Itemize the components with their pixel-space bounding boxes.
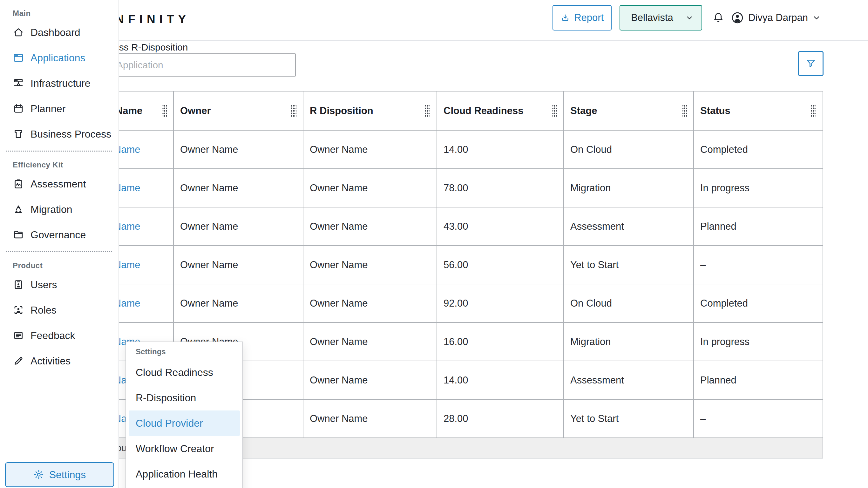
- notifications-button[interactable]: [712, 11, 725, 25]
- cell-value: 14.00: [443, 144, 468, 155]
- table-cell: Owner Name: [174, 284, 303, 323]
- sidebar-item-planner[interactable]: Planner: [0, 96, 119, 121]
- column-header-label: Owner: [180, 105, 211, 117]
- table-cell: Owner Name: [303, 208, 437, 246]
- section-label: Product: [13, 261, 119, 270]
- sidebar: MainDashboardApplicationsInfrastructureP…: [0, 0, 119, 488]
- assessment-icon: [13, 178, 24, 190]
- settings-button[interactable]: Settings: [5, 462, 114, 487]
- sidebar-item-roles[interactable]: Roles: [0, 297, 119, 323]
- table-cell: Assessment: [564, 361, 694, 400]
- table-cell: Migration: [564, 323, 694, 361]
- table-cell: On Cloud: [564, 284, 694, 323]
- table-cell: Migration: [564, 169, 694, 208]
- settings-menu-item-r-disposition[interactable]: R-Disposition: [129, 385, 240, 410]
- table-row: App NameOwner NameOwner Name43.00Assessm…: [44, 208, 823, 246]
- sidebar-item-migration[interactable]: Migration: [0, 197, 119, 222]
- cell-value: 14.00: [443, 374, 468, 386]
- section-label: Efficiency Kit: [13, 160, 119, 169]
- column-drag-handle-icon[interactable]: [552, 104, 557, 117]
- cell-value: Migration: [570, 336, 611, 347]
- table-cell: 28.00: [437, 400, 564, 438]
- search-input[interactable]: [98, 53, 296, 77]
- infrastructure-icon: [13, 78, 24, 89]
- report-button[interactable]: Report: [553, 5, 612, 30]
- cell-value: Owner Name: [180, 144, 238, 155]
- user-name: Divya Darpan: [748, 12, 808, 24]
- column-header-status: Status: [694, 92, 823, 130]
- cell-value: Completed: [700, 298, 748, 309]
- gear-icon: [33, 469, 44, 480]
- apps-icon: [13, 52, 24, 64]
- table-cell: Yet to Start: [564, 400, 694, 438]
- table-cell: In progress: [694, 323, 823, 361]
- workspace-select[interactable]: Bellavista: [620, 5, 702, 30]
- column-drag-handle-icon[interactable]: [682, 104, 687, 117]
- column-header-label: Cloud Readiness: [443, 105, 524, 117]
- table-cell: In progress: [694, 169, 823, 208]
- cell-value: Owner Name: [180, 259, 238, 271]
- sidebar-item-label: Roles: [31, 304, 57, 316]
- table-cell: Planned: [694, 361, 823, 400]
- table-cell: 43.00: [437, 208, 564, 246]
- chevron-down-icon: [685, 13, 694, 22]
- user-menu-chevron-icon[interactable]: [812, 13, 821, 23]
- filter-button[interactable]: [798, 51, 824, 76]
- cell-value: 16.00: [443, 336, 468, 347]
- sidebar-item-applications[interactable]: Applications: [0, 45, 119, 70]
- sidebar-item-dashboard[interactable]: Dashboard: [0, 20, 119, 45]
- table-cell: Owner Name: [303, 169, 437, 208]
- column-drag-handle-icon[interactable]: [425, 104, 430, 117]
- sidebar-item-label: Feedback: [31, 330, 75, 341]
- section-divider: [6, 251, 112, 252]
- sidebar-item-label: Business Process: [31, 128, 111, 140]
- table-cell: Owner Name: [303, 284, 437, 323]
- column-drag-handle-icon[interactable]: [162, 104, 167, 117]
- table-cell: Completed: [694, 284, 823, 323]
- sidebar-item-governance[interactable]: Governance: [0, 222, 119, 247]
- sidebar-item-business-process[interactable]: Business Process: [0, 121, 119, 147]
- column-drag-handle-icon[interactable]: [811, 104, 816, 117]
- cell-value: Owner Name: [310, 413, 368, 424]
- sidebar-item-label: Assessment: [31, 178, 86, 190]
- settings-menu-item-application-health[interactable]: Application Health: [129, 461, 240, 487]
- table-row: App NameOwner NameOwner Name56.00Yet to …: [44, 246, 823, 284]
- table-header-row: App NameOwnerR DispositionCloud Readines…: [44, 92, 823, 130]
- sidebar-item-label: Applications: [31, 52, 86, 64]
- table-cell: 56.00: [437, 246, 564, 284]
- report-button-label: Report: [574, 12, 604, 24]
- sidebar-item-feedback[interactable]: Feedback: [0, 323, 119, 348]
- sidebar-item-infrastructure[interactable]: Infrastructure: [0, 70, 119, 96]
- settings-menu-item-cloud-provider[interactable]: Cloud Provider: [129, 410, 240, 436]
- cell-value: Yet to Start: [570, 259, 619, 271]
- roles-icon: [13, 304, 24, 316]
- table-cell: –: [694, 246, 823, 284]
- settings-menu-item-workflow-creator[interactable]: Workflow Creator: [129, 436, 240, 461]
- sidebar-item-label: Dashboard: [31, 27, 81, 38]
- filter-icon: [805, 58, 816, 69]
- column-header-stage: Stage: [564, 92, 694, 130]
- table-cell: Owner Name: [303, 361, 437, 400]
- planner-icon: [13, 103, 24, 114]
- governance-icon: [13, 229, 24, 241]
- table-cell: Owner Name: [174, 246, 303, 284]
- settings-button-label: Settings: [49, 469, 86, 481]
- business-process-icon: [13, 128, 24, 140]
- settings-menu-item-cloud-readiness[interactable]: Cloud Readiness: [129, 360, 240, 385]
- sidebar-item-activities[interactable]: Activities: [0, 348, 119, 374]
- cell-value: –: [700, 259, 706, 271]
- sidebar-item-assessment[interactable]: Assessment: [0, 171, 119, 197]
- column-drag-handle-icon[interactable]: [291, 104, 297, 117]
- cell-value: Migration: [570, 182, 611, 194]
- cell-value: On Cloud: [570, 298, 612, 309]
- sidebar-item-label: Infrastructure: [31, 78, 91, 89]
- sidebar-item-label: Activities: [31, 355, 70, 367]
- cell-value: 56.00: [443, 259, 468, 271]
- sidebar-item-users[interactable]: Users: [0, 272, 119, 297]
- table-cell: Owner Name: [303, 130, 437, 169]
- sidebar-sections: MainDashboardApplicationsInfrastructureP…: [0, 9, 119, 374]
- cell-value: Owner Name: [310, 374, 368, 386]
- user-avatar[interactable]: [731, 11, 744, 25]
- table-cell: Assessment: [564, 208, 694, 246]
- cell-value: Yet to Start: [570, 413, 619, 424]
